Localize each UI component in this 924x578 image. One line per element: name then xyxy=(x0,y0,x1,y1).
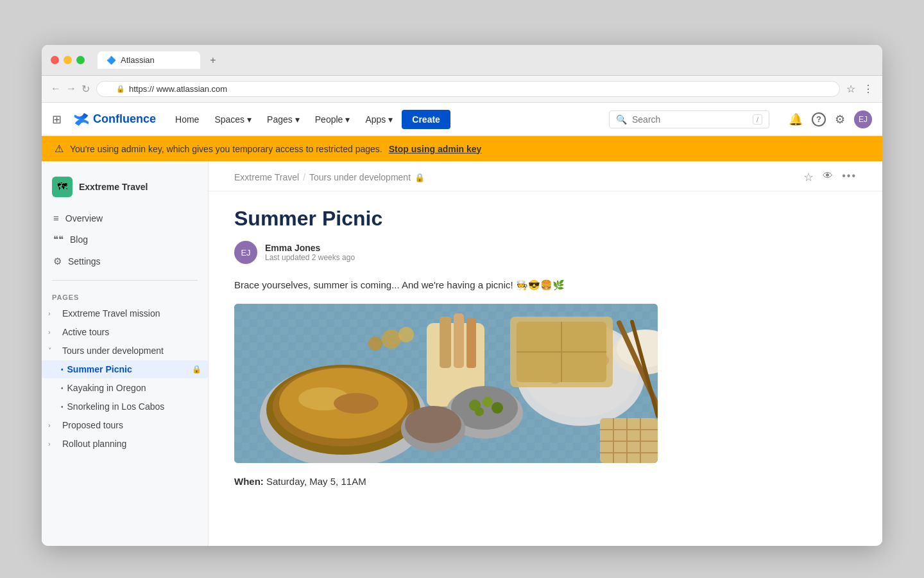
stop-admin-key-link[interactable]: Stop using admin key xyxy=(389,144,482,154)
space-header: 🗺 Exxtreme Travel xyxy=(42,171,208,207)
sidebar-settings[interactable]: ⚙ Settings xyxy=(47,250,203,272)
logo-text: Confluence xyxy=(93,112,156,126)
admin-banner: ⚠ You're using admin key, which gives yo… xyxy=(42,136,882,161)
chevron-down-icon: ˅ xyxy=(48,347,58,355)
svg-point-9 xyxy=(334,393,379,414)
page-intro: Brace yourselves, summer is coming... An… xyxy=(234,279,857,291)
author-name: Emma Jones xyxy=(265,243,355,253)
chevron-right-icon: › xyxy=(48,310,58,317)
search-icon: 🔍 xyxy=(616,114,627,125)
page-when: When: Saturday, May 5, 11AM xyxy=(234,476,857,487)
nav-icons: 🔔 ? ⚙ EJ xyxy=(789,110,872,128)
nav-pages[interactable]: Pages ▾ xyxy=(261,110,306,128)
settings-icon[interactable]: ⚙ xyxy=(835,112,845,127)
bullet-icon: • xyxy=(61,403,64,410)
svg-rect-22 xyxy=(440,317,451,368)
back-button[interactable]: ← xyxy=(51,83,61,95)
minimize-button[interactable] xyxy=(64,56,72,64)
sidebar-nav: ≡ Overview ❝❝ Blog ⚙ Settings xyxy=(42,207,208,272)
active-tab[interactable]: 🔷 Atlassian xyxy=(98,51,200,69)
tab-title: Atlassian xyxy=(121,55,155,65)
when-value: Saturday, May 5, 11AM xyxy=(266,476,366,487)
create-button[interactable]: Create xyxy=(402,110,450,129)
avatar[interactable]: EJ xyxy=(854,110,872,128)
nav-spaces[interactable]: Spaces ▾ xyxy=(208,110,258,128)
tree-item-active-tours[interactable]: › Active tours xyxy=(42,323,208,341)
page-body: Summer Picnic EJ Emma Jones Last updated… xyxy=(209,191,882,502)
bookmark-icon[interactable]: ☆ xyxy=(846,83,855,95)
tree-item-tours-dev[interactable]: ˅ Tours under development xyxy=(42,342,208,360)
when-label: When: xyxy=(234,476,264,487)
author-avatar: EJ xyxy=(234,241,257,264)
tree-item-kayaking[interactable]: • Kayaking in Oregon xyxy=(42,379,208,397)
breadcrumb-space[interactable]: Exxtreme Travel xyxy=(234,172,299,182)
new-tab-button[interactable]: + xyxy=(205,53,221,68)
tree-item-summer-picnic[interactable]: • Summer Picnic 🔒 xyxy=(42,360,208,378)
pages-chevron: ▾ xyxy=(295,114,300,125)
breadcrumb-bar: Exxtreme Travel / Tours under developmen… xyxy=(209,161,882,191)
tree-label: Exxtreme Travel mission xyxy=(62,308,160,319)
chevron-right-icon: › xyxy=(48,421,58,429)
svg-point-48 xyxy=(382,329,401,349)
more-options-icon[interactable]: ⋮ xyxy=(863,83,873,95)
tree-item-mission[interactable]: › Exxtreme Travel mission xyxy=(42,304,208,322)
refresh-button[interactable]: ↻ xyxy=(81,83,90,95)
settings-nav-icon: ⚙ xyxy=(53,256,62,267)
svg-point-32 xyxy=(483,397,493,407)
address-bar: ← → ↻ 🔒 https:// www.atlassian.com ☆ ⋮ xyxy=(42,76,882,103)
page-title: Summer Picnic xyxy=(234,207,857,231)
warning-icon: ⚠ xyxy=(55,143,64,155)
chevron-right-icon: › xyxy=(48,328,58,336)
tree-label: Tours under development xyxy=(62,346,164,356)
tree-item-rollout[interactable]: › Rollout planning xyxy=(42,435,208,453)
tree-item-proposed[interactable]: › Proposed tours xyxy=(42,416,208,434)
tree-label: Summer Picnic xyxy=(67,364,185,374)
star-icon[interactable]: ☆ xyxy=(803,170,814,184)
nav-apps[interactable]: Apps ▾ xyxy=(359,110,399,128)
lock-icon: 🔒 xyxy=(116,85,125,93)
lock-icon: 🔒 xyxy=(192,365,201,374)
space-icon: 🗺 xyxy=(52,177,73,197)
search-box[interactable]: 🔍 / xyxy=(609,110,769,128)
close-button[interactable] xyxy=(51,56,59,64)
nav-home[interactable]: Home xyxy=(169,110,205,128)
forward-button[interactable]: → xyxy=(66,83,76,95)
nav-people[interactable]: People ▾ xyxy=(309,110,357,128)
svg-rect-24 xyxy=(466,318,476,368)
breadcrumb-page[interactable]: Tours under development xyxy=(309,172,411,182)
pages-label: PAGES xyxy=(42,288,208,304)
admin-banner-message: You're using admin key, which gives you … xyxy=(70,144,382,154)
svg-point-34 xyxy=(475,407,484,416)
more-actions-icon[interactable]: ••• xyxy=(842,170,857,184)
breadcrumb-sep: / xyxy=(303,172,305,182)
overview-label: Overview xyxy=(65,213,103,223)
watch-icon[interactable]: 👁 xyxy=(823,170,833,184)
overview-icon: ≡ xyxy=(53,213,59,223)
apps-chevron: ▾ xyxy=(388,114,393,125)
url-text: https:// www.atlassian.com xyxy=(129,84,227,94)
confluence-logo[interactable]: Confluence xyxy=(74,112,156,127)
traffic-lights xyxy=(51,56,85,64)
sidebar-overview[interactable]: ≡ Overview xyxy=(47,207,203,229)
maximize-button[interactable] xyxy=(76,56,85,64)
author-row: EJ Emma Jones Last updated 2 weeks ago xyxy=(234,241,857,264)
grid-icon[interactable]: ⊞ xyxy=(52,112,62,127)
tree-label: Active tours xyxy=(62,327,109,337)
search-input[interactable] xyxy=(632,114,748,125)
tree-item-snorkeling[interactable]: • Snorkeling in Los Cabos xyxy=(42,398,208,416)
top-nav: ⊞ Confluence Home xyxy=(42,103,882,136)
sidebar: 🗺 Exxtreme Travel ≡ Overview ❝❝ Blog ⚙ S… xyxy=(42,161,209,546)
svg-point-50 xyxy=(368,337,382,351)
author-info: Emma Jones Last updated 2 weeks ago xyxy=(265,243,355,262)
url-bar[interactable]: 🔒 https:// www.atlassian.com xyxy=(96,81,840,97)
last-updated: Last updated 2 weeks ago xyxy=(265,253,355,262)
notifications-icon[interactable]: 🔔 xyxy=(789,112,803,127)
nav-items: Home Spaces ▾ Pages ▾ People ▾ Apps ▾ xyxy=(169,110,450,129)
svg-point-49 xyxy=(398,327,414,342)
tree-label: Rollout planning xyxy=(62,439,126,449)
tree-label: Snorkeling in Los Cabos xyxy=(67,401,165,412)
help-icon[interactable]: ? xyxy=(812,112,826,127)
sidebar-blog[interactable]: ❝❝ Blog xyxy=(47,229,203,250)
breadcrumb-lock-icon: 🔒 xyxy=(415,173,425,182)
breadcrumb: Exxtreme Travel / Tours under developmen… xyxy=(234,172,425,182)
